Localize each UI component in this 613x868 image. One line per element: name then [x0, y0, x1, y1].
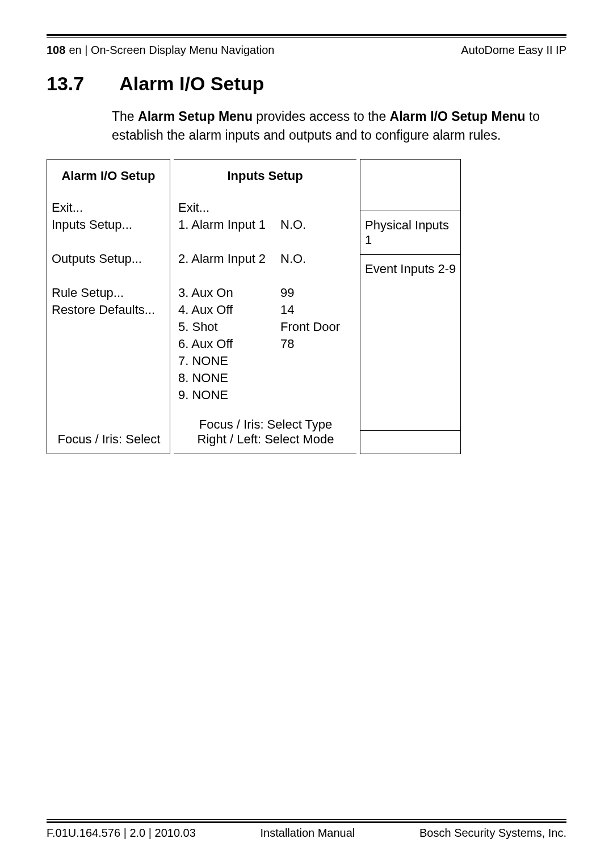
input-row-9: 9. NONE — [178, 387, 353, 404]
input-label: 2. Alarm Input 2 — [178, 251, 280, 266]
input-value: 78 — [280, 337, 294, 351]
page-number: 108 — [47, 44, 65, 57]
spacer-cell — [360, 160, 460, 211]
menu-footer-hints: Focus / Iris: Select Type Right / Left: … — [174, 410, 356, 454]
section-heading: 13.7 Alarm I/O Setup — [47, 73, 566, 95]
input-label: 1. Alarm Input 1 — [178, 217, 280, 232]
header-rule — [47, 34, 566, 38]
input-value: N.O. — [280, 217, 306, 232]
footer-rule — [47, 819, 566, 823]
input-row-5: 5. Shot Front Door — [178, 318, 353, 336]
input-value: 14 — [280, 303, 294, 317]
section-number: 13.7 — [47, 73, 84, 95]
menu-item-outputs: Outputs Setup... — [52, 250, 166, 267]
hint-line: Right / Left: Select Mode — [178, 432, 353, 447]
input-categories: Physical Inputs 1 Event Inputs 2-9 — [360, 159, 461, 454]
input-row-3: 3. Aux On 99 — [178, 284, 353, 301]
doc-type: Installation Manual — [261, 827, 355, 840]
company-name: Bosch Security Systems, Inc. — [419, 827, 566, 840]
input-row-2: 2. Alarm Input 2 N.O. — [178, 250, 353, 267]
spacer-cell — [360, 431, 460, 454]
input-row-4: 4. Aux Off 14 — [178, 301, 353, 318]
input-row-6: 6. Aux Off 78 — [178, 336, 353, 353]
menu-body: Exit... 1. Alarm Input 1 N.O. 2. Alarm I… — [174, 192, 356, 410]
category-physical: Physical Inputs 1 — [360, 211, 460, 255]
intro-bold: Alarm Setup Menu — [138, 109, 253, 124]
input-label: 6. Aux Off — [178, 337, 280, 351]
menu-heading: Alarm I/O Setup — [47, 160, 170, 192]
menu-item-exit: Exit... — [178, 199, 353, 216]
input-label: 5. Shot — [178, 320, 280, 334]
running-header: 108 en | On-Screen Display Menu Navigati… — [47, 44, 566, 57]
menu-body: Exit... Inputs Setup... Outputs Setup...… — [47, 192, 170, 425]
input-label: 4. Aux Off — [178, 303, 280, 317]
input-row-8: 8. NONE — [178, 370, 353, 387]
input-value: Front Door — [280, 320, 340, 334]
category-event: Event Inputs 2-9 — [360, 255, 460, 431]
hint-line: Focus / Iris: Select Type — [178, 417, 353, 432]
input-value: N.O. — [280, 251, 306, 266]
intro-bold: Alarm I/O Setup Menu — [390, 109, 526, 124]
doc-number: F.01U.164.576 | 2.0 | 2010.03 — [47, 827, 196, 840]
menu-item-restore: Restore Defaults... — [52, 301, 166, 318]
inputs-setup-menu: Inputs Setup Exit... 1. Alarm Input 1 N.… — [174, 159, 356, 454]
breadcrumb: en | On-Screen Display Menu Navigation — [69, 44, 274, 57]
menu-item-exit: Exit... — [52, 199, 166, 216]
alarm-io-setup-menu: Alarm I/O Setup Exit... Inputs Setup... … — [47, 159, 170, 454]
input-row-1: 1. Alarm Input 1 N.O. — [178, 216, 353, 233]
menu-item-inputs: Inputs Setup... — [52, 216, 166, 233]
input-label: 3. Aux On — [178, 286, 280, 300]
intro-paragraph: The Alarm Setup Menu provides access to … — [112, 107, 566, 145]
intro-text: The — [112, 109, 138, 124]
input-value: 99 — [280, 286, 294, 300]
menu-heading: Inputs Setup — [174, 160, 356, 192]
menu-item-rule: Rule Setup... — [52, 284, 166, 301]
menu-footer-hint: Focus / Iris: Select — [47, 425, 170, 454]
section-title: Alarm I/O Setup — [119, 73, 264, 95]
menu-tables: Alarm I/O Setup Exit... Inputs Setup... … — [47, 159, 566, 454]
input-row-7: 7. NONE — [178, 353, 353, 370]
product-name: AutoDome Easy II IP — [461, 44, 566, 57]
running-footer: F.01U.164.576 | 2.0 | 2010.03 Installati… — [47, 827, 566, 840]
intro-text: provides access to the — [253, 109, 390, 124]
